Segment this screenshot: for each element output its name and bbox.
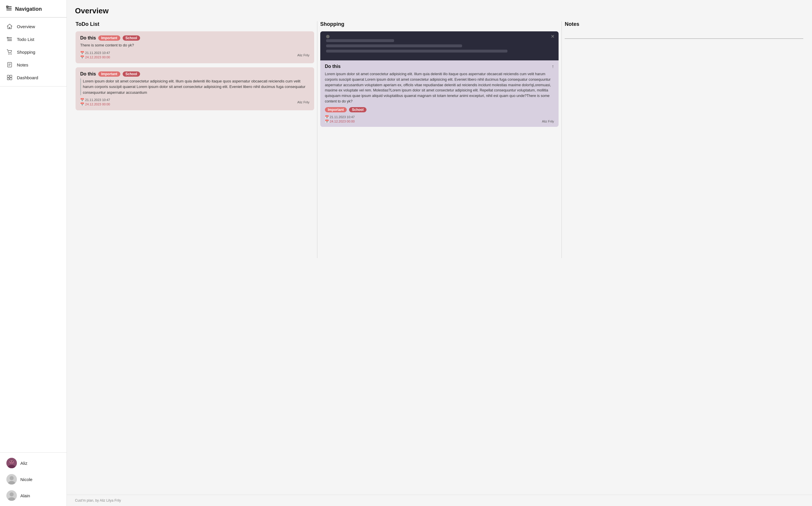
sidebar-nav-label: Navigation xyxy=(15,6,42,12)
sidebar-item-notes[interactable]: Notes xyxy=(0,58,67,71)
aliz-name: Aliz xyxy=(20,461,27,466)
sidebar-divider-users xyxy=(0,86,67,87)
shopping-date-created: 📅 21.11.2023 10:47 xyxy=(325,115,554,119)
footer: Cust'm plan, by Aliz Lilya Frily xyxy=(67,495,812,506)
due-calendar-icon-1: 📅 xyxy=(80,56,84,59)
svg-point-9 xyxy=(11,54,12,55)
sidebar-item-overview[interactable]: Overview xyxy=(0,20,67,33)
avatar-nicole xyxy=(6,474,17,485)
avatar-alain xyxy=(6,490,17,501)
svg-rect-15 xyxy=(10,75,12,77)
sidebar-user-nicole[interactable]: Nicole xyxy=(0,471,67,487)
image-line-1 xyxy=(326,39,394,42)
shopping-card-image: ✕ xyxy=(320,31,559,60)
shopping-calendar-icon: 📅 xyxy=(325,115,329,119)
todo-card-2: Do this Important School Lorem ipsum dol… xyxy=(76,67,314,111)
todo-card-1-title-text: Do this xyxy=(80,35,96,40)
svg-point-25 xyxy=(10,476,14,480)
image-x: ✕ xyxy=(551,34,554,39)
todo-card-2-content: Lorem ipsum dolor sit amet consectetur a… xyxy=(80,78,310,95)
shopping-card-author: Aliz Frily xyxy=(542,119,554,123)
navigation-icon xyxy=(6,5,12,13)
todo-card-1-content: There is some content to do yk? xyxy=(80,43,310,48)
todo-card-1-tag-important: Important xyxy=(98,35,120,40)
svg-point-22 xyxy=(10,461,11,462)
todo-card-2-author: Aliz Frily xyxy=(297,100,310,104)
todo-card-2-created: 📅 21.11.2023 10:47 xyxy=(80,98,110,102)
sidebar-todo-label: Todo List xyxy=(17,37,34,42)
notes-column: Notes xyxy=(562,21,806,39)
svg-rect-4 xyxy=(7,37,12,38)
page-title: Overview xyxy=(75,6,804,15)
shopping-due-calendar-icon: 📅 xyxy=(325,119,329,123)
sidebar-users: Aliz Nicole Alain xyxy=(0,452,67,506)
todo-card-1-tag-school: School xyxy=(123,35,140,40)
home-icon xyxy=(6,23,13,29)
sidebar-item-dashboard[interactable]: Dashboard xyxy=(0,71,67,84)
svg-rect-1 xyxy=(6,8,12,9)
notes-input[interactable] xyxy=(565,31,803,39)
image-line-2 xyxy=(326,45,462,47)
todo-card-2-meta: 📅 21.11.2023 10:47 📅 24.12.2023 00:00 Al… xyxy=(80,98,310,106)
svg-rect-14 xyxy=(7,75,9,77)
shopping-tag-important: Important xyxy=(325,107,347,112)
notes-icon xyxy=(6,62,13,68)
sidebar-dashboard-label: Dashboard xyxy=(17,75,38,80)
svg-rect-0 xyxy=(6,6,12,7)
todo-card-2-title-text: Do this xyxy=(80,71,96,77)
todo-card-1-dates: 📅 21.11.2023 10:47 📅 24.12.2023 00:00 xyxy=(80,51,110,59)
shopping-date-due: 📅 24.12.2023 00:00 xyxy=(325,119,355,123)
avatar-aliz xyxy=(6,458,17,468)
todo-card-2-due: 📅 24.12.2023 00:00 xyxy=(80,102,110,106)
sidebar-overview-label: Overview xyxy=(17,24,35,29)
shopping-icon xyxy=(6,49,13,55)
todo-column-title: ToDo List xyxy=(76,21,314,27)
shopping-card-meta: 📅 21.11.2023 10:47 📅 24.12.2023 00:00 Al… xyxy=(325,115,554,123)
sidebar-user-aliz[interactable]: Aliz xyxy=(0,455,67,471)
svg-point-8 xyxy=(9,54,10,55)
footer-text: Cust'm plan, by Aliz Lilya Frily xyxy=(75,498,121,503)
svg-line-18 xyxy=(8,78,9,79)
main-header: Overview xyxy=(67,0,812,18)
sidebar-item-shopping[interactable]: Shopping xyxy=(0,46,67,58)
due-calendar-icon-2: 📅 xyxy=(80,102,84,106)
todo-card-2-dates: 📅 21.11.2023 10:47 📅 24.12.2023 00:00 xyxy=(80,98,110,106)
todo-card-1-meta: 📅 21.11.2023 10:47 📅 24.12.2023 00:00 Al… xyxy=(80,51,310,59)
shopping-card-content: Lorem ipsum dolor sit amet consectetur a… xyxy=(325,71,554,104)
todo-card-1-author: Aliz Frily xyxy=(297,54,310,57)
up-arrow-icon[interactable]: ↑ xyxy=(552,64,554,69)
sidebar-shopping-label: Shopping xyxy=(17,50,35,55)
shopping-card-body: Do this ↑ Lorem ipsum dolor sit amet con… xyxy=(320,60,559,127)
sidebar: Navigation Overview Todo List xyxy=(0,0,67,506)
todo-card-1-created: 📅 21.11.2023 10:47 xyxy=(80,51,110,55)
main-columns: ToDo List Do this Important School There… xyxy=(67,18,812,258)
shopping-column: Shopping ✕ Do this ↑ xyxy=(317,21,562,131)
svg-rect-5 xyxy=(7,39,12,39)
sidebar-menu: Overview Todo List Shopping xyxy=(0,18,67,86)
svg-rect-6 xyxy=(7,40,12,41)
todo-card-2-title: Do this Important School xyxy=(80,71,310,77)
shopping-card-header: Do this ↑ xyxy=(325,64,554,69)
image-dot xyxy=(326,35,330,38)
dashboard-icon xyxy=(6,75,13,80)
list-icon xyxy=(6,36,13,42)
svg-rect-2 xyxy=(6,10,12,10)
shopping-card: ✕ Do this ↑ Lorem ipsum dolor sit amet c… xyxy=(320,31,559,127)
sidebar-user-alain[interactable]: Alain xyxy=(0,487,67,504)
svg-rect-17 xyxy=(10,78,12,80)
todo-card-2-tag-important: Important xyxy=(98,71,120,77)
notes-column-title: Notes xyxy=(565,21,803,27)
shopping-tag-school: School xyxy=(349,107,366,112)
calendar-icon-2: 📅 xyxy=(80,98,84,102)
col-divider-2 xyxy=(561,21,562,258)
sidebar-item-todo[interactable]: Todo List xyxy=(0,33,67,46)
todo-card-1-due: 📅 24.12.2023 00:00 xyxy=(80,56,110,59)
alain-name: Alain xyxy=(20,493,30,498)
nicole-name: Nicole xyxy=(20,477,32,482)
shopping-card-tags: Important School xyxy=(325,107,554,112)
image-line-3 xyxy=(326,50,508,53)
image-lines xyxy=(320,39,559,53)
main-content: Overview ToDo List Do this Important Sch… xyxy=(67,0,812,506)
calendar-icon-1: 📅 xyxy=(80,51,84,55)
sidebar-notes-label: Notes xyxy=(17,63,28,67)
